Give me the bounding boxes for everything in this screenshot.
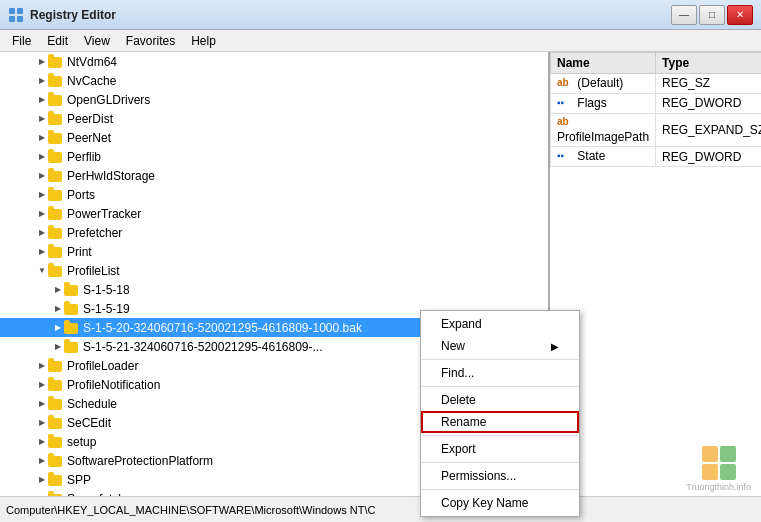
reg-name: ab ProfileImagePath (551, 113, 656, 147)
menu-favorites[interactable]: Favorites (118, 32, 183, 50)
reg-type: REG_EXPAND_SZ (656, 113, 761, 147)
status-text: Computer\HKEY_LOCAL_MACHINE\SOFTWARE\Mic… (6, 504, 375, 516)
app-icon (8, 7, 24, 23)
ctx-export[interactable]: Export (421, 438, 579, 460)
watermark-text: Truongthinh.info (686, 482, 751, 492)
reg-type: REG_DWORD (656, 93, 761, 113)
table-row[interactable]: ab ProfileImagePath REG_EXPAND_SZ (551, 113, 762, 147)
tree-item-PeerDist[interactable]: ▶ PeerDist (0, 109, 548, 128)
menu-file[interactable]: File (4, 32, 39, 50)
tree-item-Ports[interactable]: ▶ Ports (0, 185, 548, 204)
window-controls: — □ ✕ (671, 5, 753, 25)
reg-type: REG_SZ (656, 74, 761, 94)
reg-dword-icon-2: ▪▪ (557, 150, 571, 164)
svg-rect-0 (9, 8, 15, 14)
title-bar: Registry Editor — □ ✕ (0, 0, 761, 30)
reg-sz-icon: ab (557, 77, 571, 91)
ctx-expand[interactable]: Expand (421, 313, 579, 335)
ctx-rename[interactable]: Rename (421, 411, 579, 433)
reg-name: ▪▪ Flags (551, 93, 656, 113)
main-content: ▶ NtVdm64 ▶ NvCache ▶ OpenGLDrivers ▶ P (0, 52, 761, 496)
tree-item-Perflib[interactable]: ▶ Perflib (0, 147, 548, 166)
ctx-copy-key-name[interactable]: Copy Key Name (421, 492, 579, 514)
menu-bar: File Edit View Favorites Help (0, 30, 761, 52)
minimize-button[interactable]: — (671, 5, 697, 25)
ctx-new[interactable]: New ▶ (421, 335, 579, 357)
ctx-permissions[interactable]: Permissions... (421, 465, 579, 487)
context-menu: Expand New ▶ Find... Delete Rename Expor… (420, 310, 580, 517)
reg-dword-icon: ▪▪ (557, 97, 571, 111)
tree-item-Prefetcher[interactable]: ▶ Prefetcher (0, 223, 548, 242)
reg-name: ab (Default) (551, 74, 656, 94)
ctx-find[interactable]: Find... (421, 362, 579, 384)
ctx-separator-3 (421, 435, 579, 436)
maximize-button[interactable]: □ (699, 5, 725, 25)
close-button[interactable]: ✕ (727, 5, 753, 25)
window-title: Registry Editor (30, 8, 671, 22)
svg-rect-2 (9, 16, 15, 22)
tree-item-PerHwIdStorage[interactable]: ▶ PerHwIdStorage (0, 166, 548, 185)
tree-item-NtVdm64[interactable]: ▶ NtVdm64 (0, 52, 548, 71)
col-type: Type (656, 53, 761, 74)
ctx-delete[interactable]: Delete (421, 389, 579, 411)
status-bar: Computer\HKEY_LOCAL_MACHINE\SOFTWARE\Mic… (0, 496, 761, 522)
registry-table: Name Type Data ab (Default) REG_SZ ▪▪ (550, 52, 761, 167)
tree-item-PowerTracker[interactable]: ▶ PowerTracker (0, 204, 548, 223)
reg-expand-icon: ab (557, 116, 571, 130)
menu-edit[interactable]: Edit (39, 32, 76, 50)
svg-rect-3 (17, 16, 23, 22)
table-row[interactable]: ab (Default) REG_SZ (551, 74, 762, 94)
col-name: Name (551, 53, 656, 74)
wm-cell-3 (702, 464, 718, 480)
table-row[interactable]: ▪▪ State REG_DWORD (551, 147, 762, 167)
wm-cell-1 (702, 446, 718, 462)
reg-type: REG_DWORD (656, 147, 761, 167)
ctx-separator-5 (421, 489, 579, 490)
tree-item-ProfileList[interactable]: ▼ ProfileList (0, 261, 548, 280)
tree-item-OpenGLDrivers[interactable]: ▶ OpenGLDrivers (0, 90, 548, 109)
ctx-separator-2 (421, 386, 579, 387)
tree-item-S-1-5-18[interactable]: ▶ S-1-5-18 (0, 280, 548, 299)
table-row[interactable]: ▪▪ Flags REG_DWORD (551, 93, 762, 113)
tree-item-NvCache[interactable]: ▶ NvCache (0, 71, 548, 90)
watermark: Truongthinh.info (686, 446, 751, 492)
tree-item-Print[interactable]: ▶ Print (0, 242, 548, 261)
reg-name: ▪▪ State (551, 147, 656, 167)
watermark-grid (702, 446, 736, 480)
ctx-new-arrow: ▶ (551, 341, 559, 352)
ctx-separator-4 (421, 462, 579, 463)
right-pane: Name Type Data ab (Default) REG_SZ ▪▪ (550, 52, 761, 496)
wm-cell-2 (720, 446, 736, 462)
wm-cell-4 (720, 464, 736, 480)
menu-view[interactable]: View (76, 32, 118, 50)
ctx-separator-1 (421, 359, 579, 360)
tree-item-PeerNet[interactable]: ▶ PeerNet (0, 128, 548, 147)
menu-help[interactable]: Help (183, 32, 224, 50)
svg-rect-1 (17, 8, 23, 14)
